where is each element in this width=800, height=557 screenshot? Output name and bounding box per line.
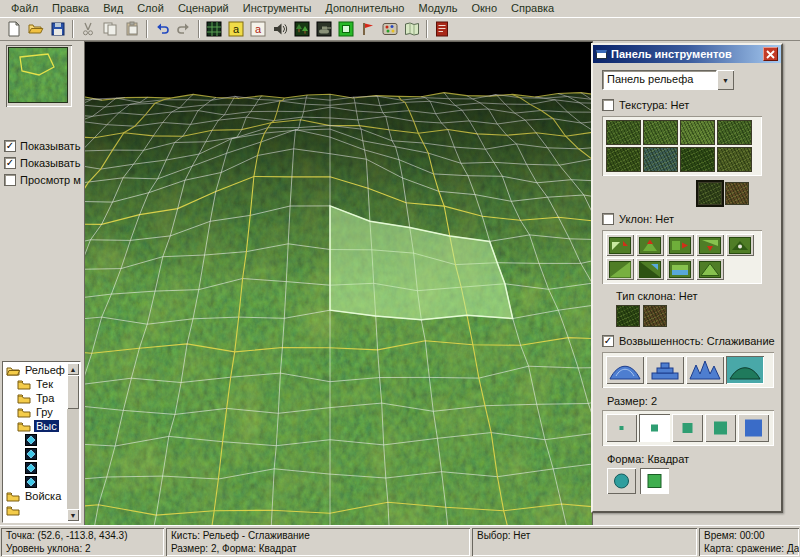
texture-swatch-selected[interactable]	[698, 182, 722, 205]
elevation-checkbox[interactable]: ✓	[602, 335, 614, 347]
size-4-button[interactable]	[705, 414, 736, 442]
copy-icon	[102, 21, 118, 37]
slope-type-button[interactable]	[636, 258, 664, 280]
forest-tool-button[interactable]	[291, 19, 313, 39]
menu-item-file[interactable]: Файл	[4, 1, 45, 16]
folder-icon	[6, 491, 20, 502]
slope-preset-button[interactable]	[726, 234, 754, 256]
size-2-button-selected[interactable]	[639, 414, 670, 442]
menu-item-window[interactable]: Окно	[464, 1, 504, 16]
slope-preset-button[interactable]	[606, 234, 634, 256]
shape-square-button-selected[interactable]	[640, 468, 669, 494]
tree-scrollbar[interactable]: ▲ ▼	[67, 363, 79, 521]
save-floppy-icon	[50, 21, 66, 37]
tree-item-heights[interactable]: Выс	[4, 419, 67, 433]
open-folder-icon	[28, 21, 44, 37]
texture-swatch[interactable]	[725, 182, 749, 205]
tree-item-ground[interactable]: Гру	[4, 405, 67, 419]
status-time: Время: 00:00	[704, 529, 794, 542]
raise-terrace-button[interactable]	[646, 356, 684, 384]
cut-button[interactable]	[77, 19, 99, 39]
slope-type-button[interactable]	[696, 258, 724, 280]
tree-item-height-preset[interactable]	[4, 475, 67, 489]
menu-item-module[interactable]: Модуль	[411, 1, 464, 16]
texture-swatch[interactable]	[643, 120, 678, 145]
menu-item-help[interactable]: Справка	[504, 1, 561, 16]
tool-panel-titlebar[interactable]: Панель инструментов	[593, 45, 781, 63]
show-option-row: ✓ Показывать	[4, 140, 86, 152]
close-button[interactable]	[763, 47, 778, 61]
undo-button[interactable]	[151, 19, 173, 39]
raise-noise-button[interactable]	[686, 356, 724, 384]
font-tool-button[interactable]: a	[247, 19, 269, 39]
tree-item-height-preset[interactable]	[4, 461, 67, 475]
menu-item-tools[interactable]: Инструменты	[236, 1, 319, 16]
paste-button[interactable]	[121, 19, 143, 39]
slope-preset-button[interactable]	[696, 234, 724, 256]
palette-tool-button[interactable]	[379, 19, 401, 39]
show-checkbox-1[interactable]: ✓	[4, 140, 16, 152]
raise-smooth-button[interactable]	[606, 356, 644, 384]
new-document-button[interactable]	[3, 19, 25, 39]
units-tool-button[interactable]	[313, 19, 335, 39]
texture-swatch[interactable]	[717, 120, 752, 145]
module-tool-button[interactable]	[335, 19, 357, 39]
tree-item-relief[interactable]: Рельеф	[4, 363, 67, 377]
scroll-thumb[interactable]	[67, 375, 79, 409]
menu-item-extra[interactable]: Дополнительно	[318, 1, 411, 16]
menu-item-scenario[interactable]: Сценарий	[171, 1, 236, 16]
chevron-down-icon[interactable]: ▼	[717, 70, 734, 90]
map-tool-button[interactable]	[401, 19, 423, 39]
size-3-button[interactable]	[672, 414, 703, 442]
texture-checkbox[interactable]	[602, 99, 614, 111]
shape-circle-button[interactable]	[607, 468, 636, 494]
scroll-down-button[interactable]: ▼	[67, 509, 79, 521]
tree-item-height-preset[interactable]	[4, 447, 67, 461]
size-1-icon	[609, 417, 634, 439]
tank-icon	[316, 21, 332, 37]
texture-swatch[interactable]	[680, 147, 715, 172]
tree-item-grass[interactable]: Тра	[4, 391, 67, 405]
texture-swatch[interactable]	[717, 147, 752, 172]
texture-swatch[interactable]	[606, 120, 641, 145]
folder-icon	[17, 421, 31, 432]
new-document-icon	[6, 21, 22, 37]
menu-item-view[interactable]: Вид	[96, 1, 130, 16]
grid-tool-button[interactable]	[203, 19, 225, 39]
slope-type-button[interactable]	[666, 258, 694, 280]
text-tool-button[interactable]: a	[225, 19, 247, 39]
tree-item-textures[interactable]: Тек	[4, 377, 67, 391]
show-checkbox-1-label: Показывать	[20, 140, 80, 152]
open-button[interactable]	[25, 19, 47, 39]
menu-item-edit[interactable]: Правка	[45, 1, 96, 16]
size-1-button[interactable]	[606, 414, 637, 442]
slope-texture-swatch[interactable]	[643, 305, 667, 327]
slope-preset-button[interactable]	[666, 234, 694, 256]
copy-button[interactable]	[99, 19, 121, 39]
minimap[interactable]	[8, 47, 68, 103]
slope-checkbox[interactable]	[602, 213, 614, 225]
show-checkbox-2[interactable]: ✓	[4, 157, 16, 169]
smoothing-button-selected[interactable]	[726, 356, 764, 384]
panel-mode-select[interactable]: Панель рельефа ▼	[602, 70, 734, 90]
sound-tool-button[interactable]	[269, 19, 291, 39]
texture-swatch[interactable]	[643, 147, 678, 172]
slope-type-button[interactable]	[606, 258, 634, 280]
tree-item-troops[interactable]: Войска	[4, 489, 67, 503]
slope-texture-swatch[interactable]	[616, 305, 640, 327]
terrain-3d-view[interactable]	[85, 42, 592, 526]
slope-preset-button[interactable]	[636, 234, 664, 256]
flag-tool-button[interactable]	[357, 19, 379, 39]
tree-item-other[interactable]	[4, 503, 67, 517]
texture-swatch[interactable]	[680, 120, 715, 145]
gem-icon	[25, 434, 37, 446]
texture-swatch[interactable]	[606, 147, 641, 172]
scroll-up-button[interactable]: ▲	[67, 363, 79, 375]
tree-item-height-preset[interactable]	[4, 433, 67, 447]
preview-checkbox[interactable]	[4, 174, 16, 186]
size-5-button[interactable]	[738, 414, 769, 442]
script-tool-button[interactable]	[431, 19, 453, 39]
menu-item-layer[interactable]: Слой	[130, 1, 171, 16]
save-button[interactable]	[47, 19, 69, 39]
redo-button[interactable]	[173, 19, 195, 39]
